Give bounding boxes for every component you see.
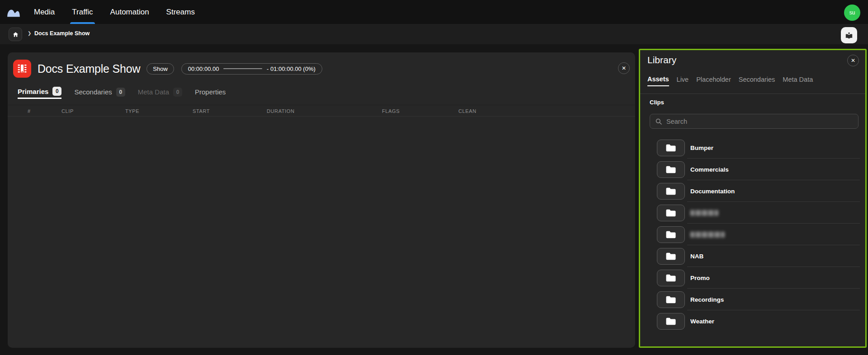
show-panel-tabs: Primaries 0 Secondaries 0 Meta Data 0 Pr… [18, 85, 226, 99]
folder-tile [657, 313, 685, 330]
folder-tile [657, 248, 685, 265]
column-number: # [28, 108, 31, 114]
tab-secondaries-label: Secondaries [74, 88, 112, 96]
show-time-range[interactable]: 00:00:00.00 - 01:00:00.00 (0%) [181, 63, 322, 75]
folder-row-documentation[interactable]: Documentation [640, 180, 865, 202]
folder-label: Documentation [690, 188, 735, 195]
folder-icon [665, 144, 676, 152]
show-type-badge[interactable]: Show [146, 63, 174, 75]
user-avatar[interactable]: su [844, 5, 860, 21]
show-type-icon [13, 60, 31, 78]
folder-icon [665, 165, 676, 174]
folder-icon [665, 209, 676, 217]
tab-secondaries[interactable]: Secondaries 0 [74, 85, 125, 99]
folder-row-redacted-1[interactable] [640, 202, 865, 224]
column-type: TYPE [125, 108, 139, 114]
show-title: Docs Example Show [38, 62, 140, 75]
time-progress-track [223, 68, 262, 69]
top-navbar: Media Traffic Automation Streams su [0, 0, 868, 24]
nav-item-streams[interactable]: Streams [166, 0, 195, 24]
folder-tile [657, 226, 685, 243]
nav-item-traffic[interactable]: Traffic [72, 0, 93, 24]
folder-label: Bumper [690, 145, 713, 151]
folder-row-promo[interactable]: Promo [640, 267, 865, 289]
folder-tile [657, 140, 685, 156]
folder-tile [657, 205, 685, 221]
folder-label: Promo [690, 275, 710, 281]
library-search-input[interactable] [666, 114, 856, 128]
folder-icon [665, 295, 676, 304]
redacted-folder-label [690, 232, 725, 238]
library-icon [844, 31, 854, 40]
app-logo-icon[interactable] [6, 7, 21, 18]
library-tab-assets[interactable]: Assets [647, 73, 669, 86]
folder-icon [665, 252, 676, 261]
breadcrumb-bar: ❯ Docs Example Show [0, 24, 868, 44]
tab-meta-data-count: 0 [173, 88, 182, 97]
folder-icon [665, 274, 676, 282]
filmstrip-icon [17, 63, 28, 74]
folder-label: NAB [690, 253, 703, 260]
nav-item-media[interactable]: Media [34, 0, 55, 24]
folder-label: Commercials [690, 166, 729, 173]
folder-tile [657, 161, 685, 178]
folder-row-nab[interactable]: NAB [640, 245, 865, 267]
folder-icon [665, 317, 676, 326]
library-tab-live[interactable]: Live [677, 73, 689, 86]
folder-label: Recordings [690, 296, 724, 303]
home-icon [12, 31, 19, 38]
time-end: - 01:00:00.00 (0%) [267, 65, 316, 72]
folder-tile [657, 183, 685, 200]
folder-tile [657, 270, 685, 286]
folder-row-redacted-2[interactable] [640, 224, 865, 245]
tab-properties[interactable]: Properties [195, 85, 226, 99]
tab-primaries[interactable]: Primaries 0 [18, 85, 61, 99]
time-start: 00:00:00.00 [188, 65, 219, 72]
breadcrumb-current[interactable]: Docs Example Show [34, 30, 90, 37]
clips-section-label: Clips [650, 99, 664, 106]
library-close-button[interactable]: ✕ [847, 55, 859, 66]
column-start: START [193, 108, 210, 114]
folder-label: Weather [690, 318, 714, 325]
folder-row-recordings[interactable]: Recordings [640, 289, 865, 310]
folder-row-weather[interactable]: Weather [640, 310, 865, 332]
home-button[interactable] [9, 28, 22, 41]
column-flags: FLAGS [382, 108, 400, 114]
clip-table-header: # CLIP TYPE START DURATION FLAGS CLEAN [8, 105, 635, 117]
column-duration: DURATION [267, 108, 294, 114]
tab-meta-data-label: Meta Data [138, 88, 169, 96]
library-panel: Library ✕ Assets Live Placeholder Second… [639, 49, 867, 348]
tab-properties-label: Properties [195, 88, 226, 96]
tab-meta-data[interactable]: Meta Data 0 [138, 85, 182, 99]
library-tab-placeholder[interactable]: Placeholder [696, 73, 731, 86]
folder-icon [665, 187, 676, 196]
library-tabs: Assets Live Placeholder Secondaries Meta… [647, 73, 813, 86]
search-icon [655, 118, 662, 125]
library-tab-meta-data[interactable]: Meta Data [783, 73, 813, 86]
chevron-right-icon: ❯ [28, 31, 31, 36]
folder-row-bumper[interactable]: Bumper [640, 137, 865, 159]
redacted-folder-label [690, 210, 718, 216]
show-detail-panel: Docs Example Show Show 00:00:00.00 - 01:… [8, 52, 635, 348]
library-tab-secondaries[interactable]: Secondaries [739, 73, 775, 86]
nav-item-automation[interactable]: Automation [110, 0, 149, 24]
app-window: Media Traffic Automation Streams su ❯ Do… [0, 0, 868, 355]
folder-tile [657, 291, 685, 308]
show-panel-header: Docs Example Show Show 00:00:00.00 - 01:… [13, 59, 630, 79]
folder-row-commercials[interactable]: Commercials [640, 159, 865, 180]
folder-icon [665, 230, 676, 239]
tab-secondaries-count: 0 [116, 88, 125, 97]
library-title: Library [647, 55, 676, 65]
column-clip: CLIP [61, 108, 74, 114]
tab-primaries-label: Primaries [18, 88, 48, 95]
library-tabs-divider [640, 93, 865, 94]
primary-nav: Media Traffic Automation Streams [34, 0, 195, 24]
library-toggle-button[interactable] [841, 27, 857, 43]
folder-list: Bumper Commercials Documentation [640, 137, 865, 332]
tab-primaries-count: 0 [52, 87, 61, 96]
column-clean: CLEAN [458, 108, 476, 114]
library-search-box [650, 114, 859, 129]
show-panel-close-button[interactable]: ✕ [618, 62, 630, 74]
